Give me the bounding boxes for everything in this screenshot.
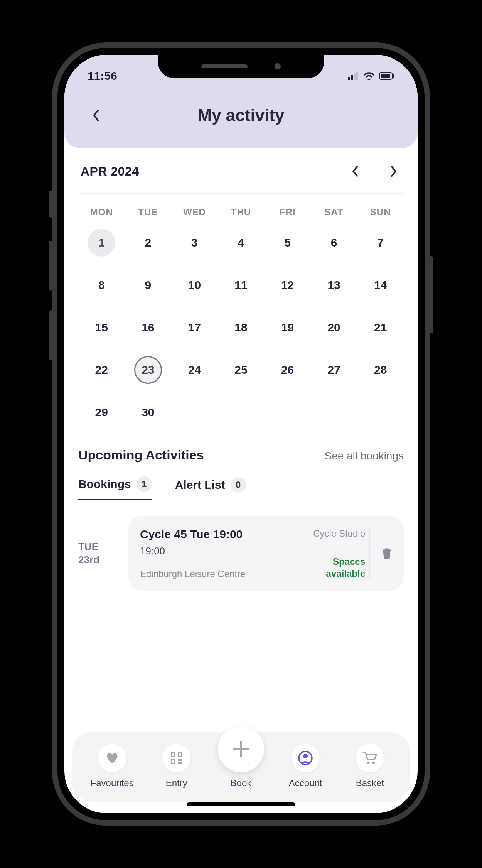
svg-rect-0: [348, 77, 350, 80]
tab-alert-label: Alert List: [175, 478, 225, 491]
booking-status: Spaces available: [307, 556, 365, 579]
heart-icon: [98, 744, 126, 772]
tab-bookings-count: 1: [137, 476, 152, 492]
calendar-day[interactable]: 3: [171, 221, 218, 264]
qr-icon: [162, 744, 191, 772]
account-icon: [291, 744, 320, 772]
nav-entry[interactable]: Entry: [148, 744, 206, 789]
calendar-day[interactable]: 21: [357, 306, 404, 349]
calendar-day[interactable]: 19: [264, 306, 311, 349]
calendar-day[interactable]: 14: [357, 264, 404, 306]
calendar-day[interactable]: 6: [311, 221, 357, 264]
calendar-empty: [264, 391, 311, 434]
svg-rect-2: [354, 74, 356, 80]
status-time: 11:56: [88, 69, 117, 83]
upcoming-title: Upcoming Activities: [78, 448, 204, 463]
nav-entry-label: Entry: [166, 778, 187, 789]
svg-rect-1: [351, 75, 353, 80]
calendar-day[interactable]: 10: [171, 264, 218, 306]
calendar-weekday: FRI: [264, 207, 311, 218]
month-selector: APR 2024: [78, 164, 404, 194]
tab-bookings[interactable]: Bookings 1: [78, 476, 152, 500]
calendar-weekday: SAT: [311, 207, 357, 218]
svg-rect-14: [172, 753, 174, 756]
home-indicator[interactable]: [187, 802, 295, 806]
svg-rect-11: [180, 759, 182, 761]
calendar-day[interactable]: 13: [311, 264, 357, 306]
calendar-day[interactable]: 5: [264, 221, 311, 264]
calendar-empty: [357, 391, 404, 434]
svg-rect-16: [172, 760, 174, 763]
next-month-button[interactable]: [386, 164, 401, 179]
booking-title: Cycle 45 Tue 19:00: [140, 527, 302, 541]
calendar-empty: [218, 391, 265, 434]
nav-account[interactable]: Account: [276, 744, 334, 789]
chevron-right-icon: [390, 165, 397, 177]
calendar-day[interactable]: 28: [357, 349, 404, 391]
delete-booking-button[interactable]: [369, 527, 404, 579]
see-all-bookings-link[interactable]: See all bookings: [325, 450, 404, 462]
svg-point-18: [303, 754, 308, 758]
calendar-day[interactable]: 15: [78, 306, 125, 349]
wifi-icon: [364, 72, 374, 80]
svg-rect-10: [178, 759, 180, 761]
booking-card[interactable]: Cycle 45 Tue 19:00 19:00 Edinburgh Leisu…: [128, 516, 404, 591]
tab-bookings-label: Bookings: [78, 478, 131, 491]
prev-month-button[interactable]: [347, 164, 363, 179]
svg-rect-5: [381, 74, 390, 78]
calendar-day[interactable]: 11: [218, 264, 265, 306]
svg-rect-15: [179, 753, 181, 756]
calendar-day[interactable]: 30: [125, 391, 172, 434]
calendar-day[interactable]: 8: [78, 264, 125, 306]
chevron-left-icon: [352, 165, 359, 177]
calendar-day[interactable]: 17: [171, 306, 218, 349]
calendar-day[interactable]: 27: [311, 349, 357, 391]
calendar-day[interactable]: 23: [125, 349, 172, 391]
calendar-day[interactable]: 22: [78, 349, 125, 391]
activity-tabs: Bookings 1 Alert List 0: [78, 476, 404, 500]
status-icons: [348, 72, 394, 80]
calendar-day[interactable]: 9: [125, 264, 172, 306]
nav-basket[interactable]: Basket: [341, 744, 399, 789]
calendar-weekdays: MONTUEWEDTHUFRISATSUN: [78, 207, 404, 218]
nav-book[interactable]: Book: [212, 747, 270, 789]
calendar-day[interactable]: 26: [264, 349, 311, 391]
back-button[interactable]: [88, 107, 104, 124]
svg-rect-13: [180, 762, 182, 764]
calendar-day[interactable]: 7: [357, 221, 404, 264]
calendar-day[interactable]: 4: [218, 221, 265, 264]
nav-basket-label: Basket: [356, 778, 384, 789]
calendar-day[interactable]: 12: [264, 264, 311, 306]
calendar-weekday: SUN: [357, 207, 404, 218]
svg-rect-3: [356, 72, 358, 80]
calendar-day[interactable]: 29: [78, 391, 125, 434]
calendar-day[interactable]: 25: [218, 349, 265, 391]
calendar-day[interactable]: 1: [78, 221, 125, 264]
calendar-day[interactable]: 18: [218, 306, 265, 349]
nav-account-label: Account: [289, 778, 322, 789]
booking-date-label: 23rd: [78, 554, 121, 567]
tab-alert-list[interactable]: Alert List 0: [175, 476, 246, 500]
booking-date: TUE 23rd: [78, 516, 121, 591]
calendar-day[interactable]: 20: [311, 306, 357, 349]
booking-room: Cycle Studio: [307, 527, 365, 539]
calendar-weekday: WED: [171, 207, 218, 218]
chevron-left-icon: [92, 109, 100, 122]
calendar-empty: [311, 391, 357, 434]
calendar-day[interactable]: 2: [125, 221, 172, 264]
calendar-empty: [171, 391, 218, 434]
calendar-weekday: THU: [218, 207, 265, 218]
calendar-grid: 1234567891011121314151617181920212223242…: [78, 221, 404, 434]
calendar-day[interactable]: 24: [171, 349, 218, 391]
tab-alert-count: 0: [231, 477, 246, 493]
month-label: APR 2024: [81, 164, 139, 179]
calendar-weekday: MON: [78, 207, 125, 218]
trash-icon: [381, 547, 392, 560]
page-title: My activity: [198, 106, 285, 125]
nav-favourites[interactable]: Favourites: [83, 744, 141, 789]
calendar-day[interactable]: 16: [125, 306, 172, 349]
cart-icon: [356, 744, 384, 772]
booking-day-label: TUE: [78, 540, 121, 554]
svg-point-20: [372, 762, 375, 764]
cellular-icon: [348, 72, 359, 80]
